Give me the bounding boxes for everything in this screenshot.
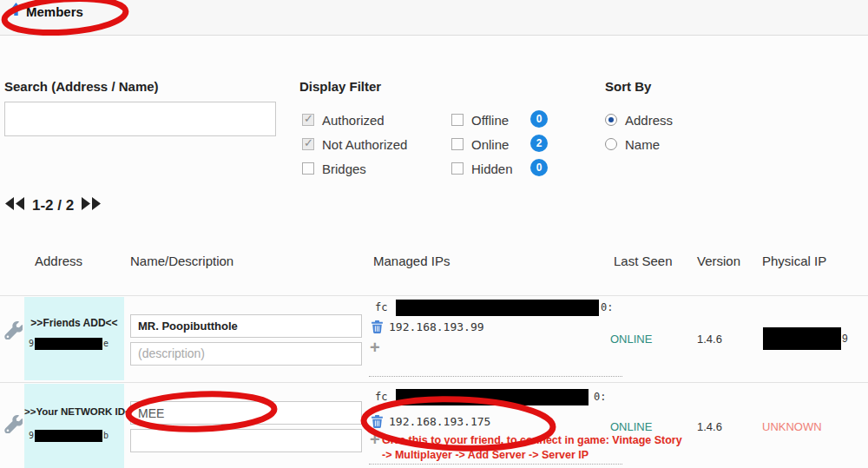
last-seen-status: ONLINE [610, 333, 652, 346]
member-name-input[interactable] [130, 401, 362, 425]
checkbox-authorized[interactable]: ✓ [302, 114, 314, 126]
member-address-suffix: b [103, 431, 108, 440]
checkbox-not-authorized[interactable]: ✓ [302, 138, 314, 150]
checkbox-hidden[interactable] [451, 162, 464, 175]
member-nickname: >>Your NETWORK ID<< [24, 406, 124, 417]
physical-ip-suffix: 9 [842, 333, 848, 345]
members-page: Members Search (Address / Name) Display … [0, 0, 868, 468]
sort-address-label: Address [625, 113, 673, 128]
filter-bridges-label: Bridges [322, 161, 366, 176]
redacted-address [35, 338, 102, 350]
sort-by-address[interactable]: Address [605, 112, 673, 128]
column-header-name: Name/Description [130, 254, 233, 268]
filter-offline-label: Offline [471, 113, 509, 128]
previous-page-icon[interactable] [4, 196, 25, 214]
row-divider [0, 295, 868, 296]
collapse-up-arrow-icon[interactable] [10, 3, 22, 20]
online-count-badge: 2 [530, 135, 548, 152]
member-name-input[interactable] [130, 314, 362, 338]
add-ip-plus-icon[interactable]: + [370, 432, 380, 446]
managed-ip: 192.168.193.175 [389, 415, 490, 428]
ipv6-prefix: fc [375, 391, 387, 403]
filter-offline[interactable]: Offline [451, 112, 509, 128]
address-cell: >>Your NETWORK ID<< [24, 384, 124, 468]
filter-hidden[interactable]: Hidden [451, 161, 513, 176]
filter-online-label: Online [471, 137, 509, 152]
hidden-count-badge: 0 [530, 159, 548, 176]
add-ip-plus-icon[interactable]: + [370, 340, 380, 354]
search-label: Search (Address / Name) [4, 79, 159, 94]
filter-not-authorized[interactable]: ✓ Not Authorized [302, 136, 407, 152]
member-description-input[interactable] [130, 342, 362, 366]
redacted-address [35, 430, 102, 442]
managed-ips-divider [369, 376, 622, 377]
ipv6-suffix: 0: [594, 391, 606, 403]
column-header-physical-ip: Physical IP [762, 254, 826, 268]
filter-online[interactable]: Online [451, 136, 509, 152]
search-input[interactable] [4, 102, 276, 136]
member-nickname: >>Friends ADD<< [24, 317, 124, 329]
checkbox-bridges[interactable] [302, 162, 314, 175]
member-address-suffix: e [103, 339, 108, 348]
physical-ip-status: UNKNOWN [762, 420, 822, 433]
check-icon: ✓ [304, 136, 313, 149]
radio-name[interactable] [605, 138, 617, 150]
managed-ip: 192.168.193.99 [389, 320, 484, 333]
pagination-range: 1-2 / 2 [32, 197, 74, 214]
friend-note-line1: Give this to your friend, to connect in … [382, 433, 703, 448]
filter-not-authorized-label: Not Authorized [322, 137, 407, 152]
sort-by-name[interactable]: Name [605, 136, 660, 152]
column-header-managed-ips: Managed IPs [373, 254, 450, 268]
check-icon: ✓ [304, 112, 313, 125]
sort-by-title: Sort By [605, 79, 651, 94]
redacted-ipv6 [396, 300, 599, 316]
wrench-icon[interactable] [4, 415, 23, 437]
redacted-ipv6 [396, 389, 589, 405]
friend-note: Give this to your friend, to connect in … [382, 433, 703, 463]
filter-authorized-label: Authorized [322, 113, 385, 128]
wrench-icon[interactable] [4, 321, 23, 343]
client-version: 1.4.6 [697, 420, 722, 433]
section-header-bar [0, 0, 868, 36]
next-page-icon[interactable] [81, 196, 102, 214]
column-header-last-seen: Last Seen [614, 254, 673, 268]
friend-note-line2: -> Multiplayer -> Add Server -> Server I… [382, 448, 703, 463]
ipv6-suffix: 0: [601, 301, 613, 313]
filter-bridges[interactable]: Bridges [302, 161, 366, 176]
filter-hidden-label: Hidden [471, 161, 513, 176]
column-header-version: Version [697, 254, 740, 268]
row-divider [0, 382, 868, 383]
member-address-prefix: 9 [29, 431, 34, 440]
offline-count-badge: 0 [530, 110, 548, 128]
page-title: Members [26, 4, 83, 19]
managed-ips-divider [369, 464, 622, 465]
display-filter-title: Display Filter [299, 79, 381, 94]
column-header-address: Address [35, 254, 82, 268]
last-seen-status: ONLINE [610, 420, 652, 433]
member-description-input[interactable] [130, 429, 362, 452]
member-address-prefix: 9 [29, 339, 34, 348]
checkbox-online[interactable] [451, 138, 464, 150]
delete-ip-trash-icon[interactable] [372, 320, 383, 337]
ipv6-prefix: fc [375, 301, 387, 313]
client-version: 1.4.6 [697, 333, 722, 346]
radio-address[interactable] [605, 114, 617, 126]
sort-name-label: Name [625, 137, 660, 152]
filter-authorized[interactable]: ✓ Authorized [302, 112, 385, 128]
redacted-physical-ip [763, 327, 841, 350]
checkbox-offline[interactable] [451, 114, 464, 126]
